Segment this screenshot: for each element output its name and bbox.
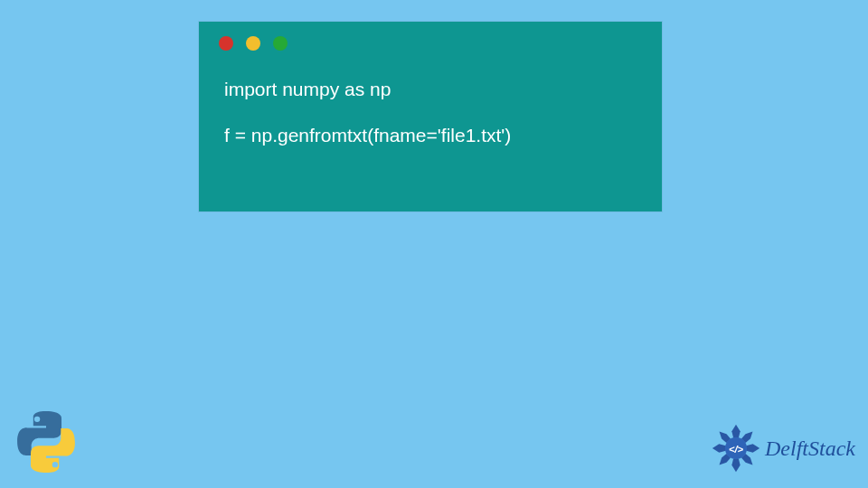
delftstack-badge-icon: </> xyxy=(711,423,761,474)
minimize-icon xyxy=(246,36,260,51)
code-line-1: import numpy as np xyxy=(224,78,637,100)
expand-icon xyxy=(273,36,288,51)
brand-name: DelftStack xyxy=(765,436,855,461)
close-icon xyxy=(219,36,233,51)
window-controls xyxy=(199,22,662,58)
brand-mark-text: </> xyxy=(729,444,744,455)
python-logo-icon xyxy=(11,407,81,477)
delftstack-logo: </> DelftStack xyxy=(711,423,855,474)
code-line-2: f = np.genfromtxt(fname='file1.txt') xyxy=(224,124,637,146)
code-body: import numpy as np f = np.genfromtxt(fna… xyxy=(199,58,662,146)
code-window: import numpy as np f = np.genfromtxt(fna… xyxy=(199,22,662,211)
